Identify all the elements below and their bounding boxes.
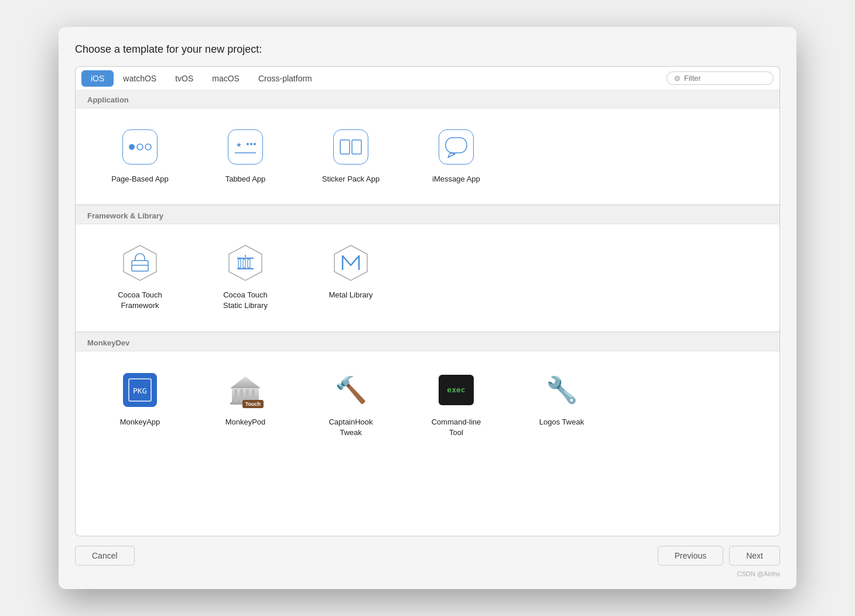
- monkeypod-icon: Touch: [224, 369, 266, 411]
- svg-point-1: [137, 144, 143, 150]
- monkeyapp-label: MonkeyApp: [120, 417, 160, 427]
- template-imessage-app[interactable]: iMessage App: [403, 120, 509, 193]
- template-logos-tweak[interactable]: 🔧 Logos Tweak: [509, 363, 614, 446]
- svg-rect-19: [243, 259, 245, 268]
- cocoa-touch-static-library-label: Cocoa TouchStatic Library: [223, 290, 268, 311]
- svg-text:PKG: PKG: [133, 386, 147, 395]
- template-page-based-app[interactable]: Page-Based App: [87, 120, 193, 193]
- tab-bar-inner: iOS watchOS tvOS macOS Cross-platform: [81, 70, 666, 87]
- bottom-bar: Cancel Previous Next: [75, 536, 780, 568]
- dialog-title: Choose a template for your new project:: [75, 43, 780, 56]
- monkeypod-label: MonkeyPod: [225, 417, 266, 427]
- metal-library-label: Metal Library: [329, 290, 372, 300]
- blueprint-svg: PKG: [132, 382, 148, 398]
- sticker-svg: [338, 136, 364, 158]
- cocoa-touch-framework-label: Cocoa TouchFramework: [118, 290, 162, 311]
- cocoa-touch-framework-icon: [119, 242, 161, 284]
- sticker-icon-box: [333, 129, 368, 165]
- captainhook-icon: 🔨: [330, 369, 372, 411]
- svg-text:★: ★: [236, 141, 242, 148]
- tab-watchos[interactable]: watchOS: [114, 70, 166, 87]
- svg-rect-18: [238, 259, 241, 268]
- sticker-pack-label: Sticker Pack App: [322, 174, 379, 184]
- monkeypod-wrap: Touch: [227, 372, 264, 408]
- svg-marker-29: [230, 377, 261, 388]
- watermark: CSDN @Airths: [75, 570, 780, 577]
- section-header-monkeydev: MonkeyDev: [76, 332, 779, 351]
- svg-rect-10: [446, 138, 467, 153]
- tab-cross-platform[interactable]: Cross-platform: [249, 70, 322, 87]
- hex-toolbox-svg: [120, 243, 160, 283]
- svg-point-5: [250, 143, 252, 145]
- svg-rect-13: [132, 261, 148, 271]
- tab-tvos[interactable]: tvOS: [166, 70, 203, 87]
- sticker-pack-icon: [330, 126, 372, 168]
- touch-badge: Touch: [242, 400, 264, 408]
- previous-button[interactable]: Previous: [658, 546, 723, 566]
- template-captainhook-tweak[interactable]: 🔨 CaptainHookTweak: [298, 363, 403, 446]
- blueprint-box: PKG: [123, 373, 157, 407]
- template-command-line-tool[interactable]: exec Command-lineTool: [403, 363, 509, 446]
- new-project-dialog: Choose a template for your new project: …: [59, 27, 796, 589]
- section-header-framework: Framework & Library: [76, 205, 779, 224]
- next-button[interactable]: Next: [729, 546, 780, 566]
- page-based-icon-box: [122, 129, 158, 165]
- framework-grid: Cocoa TouchFramework Cocoa: [76, 224, 779, 331]
- tabbed-svg: ★: [232, 134, 258, 160]
- svg-marker-11: [448, 153, 455, 158]
- template-tabbed-app[interactable]: ★ Tabbed App: [193, 120, 298, 193]
- imessage-label: iMessage App: [432, 174, 480, 184]
- template-sticker-pack-app[interactable]: Sticker Pack App: [298, 120, 403, 193]
- drill-emoji: 🔨: [335, 377, 367, 403]
- blueprint-inner: PKG: [128, 378, 152, 402]
- tab-ios[interactable]: iOS: [81, 70, 114, 87]
- content-area: Application Page-Based App: [75, 90, 780, 536]
- svg-rect-20: [248, 259, 250, 268]
- command-line-label: Command-lineTool: [432, 417, 481, 438]
- filter-input[interactable]: [684, 74, 766, 83]
- application-grid: Page-Based App ★: [76, 108, 779, 205]
- svg-marker-12: [124, 245, 156, 280]
- cancel-button[interactable]: Cancel: [75, 546, 135, 566]
- page-based-app-icon: [119, 126, 161, 168]
- cocoa-touch-static-library-icon: [224, 242, 266, 284]
- monkeydev-grid: PKG MonkeyApp: [76, 351, 779, 458]
- nav-buttons: Previous Next: [658, 546, 780, 566]
- svg-point-4: [247, 143, 249, 145]
- svg-marker-22: [334, 245, 367, 280]
- tabbed-app-label: Tabbed App: [225, 174, 266, 184]
- logos-tweak-label: Logos Tweak: [539, 417, 584, 427]
- svg-point-0: [129, 144, 135, 150]
- page-based-app-label: Page-Based App: [111, 174, 169, 184]
- tab-macos[interactable]: macOS: [203, 70, 249, 87]
- svg-rect-25: [234, 389, 237, 402]
- page-based-svg: [127, 138, 153, 156]
- hex-building-svg: [225, 243, 265, 283]
- template-cocoa-touch-framework[interactable]: Cocoa TouchFramework: [87, 236, 193, 319]
- filter-icon: ⊜: [674, 74, 680, 83]
- svg-rect-9: [352, 140, 361, 154]
- logos-tweak-icon: 🔧: [541, 369, 583, 411]
- tabbed-icon-box: ★: [228, 129, 263, 165]
- monkeyapp-icon: PKG: [119, 369, 161, 411]
- svg-point-2: [145, 144, 151, 150]
- tabbed-app-icon: ★: [224, 126, 266, 168]
- template-cocoa-touch-static-library[interactable]: Cocoa TouchStatic Library: [193, 236, 298, 319]
- hex-metal-svg: [331, 243, 371, 283]
- filter-box: ⊜: [666, 71, 774, 85]
- template-metal-library[interactable]: Metal Library: [298, 236, 403, 319]
- tab-bar: iOS watchOS tvOS macOS Cross-platform ⊜: [75, 66, 780, 90]
- section-header-application: Application: [76, 90, 779, 108]
- template-monkeypod[interactable]: Touch MonkeyPod: [193, 363, 298, 446]
- imessage-icon-box: [439, 129, 474, 165]
- captainhook-label: CaptainHookTweak: [329, 417, 372, 438]
- metal-library-icon: [330, 242, 372, 284]
- imessage-icon: [435, 126, 477, 168]
- drill2-emoji: 🔧: [546, 377, 578, 403]
- svg-point-6: [254, 143, 256, 145]
- exec-terminal: exec: [439, 375, 474, 405]
- imessage-svg: [443, 134, 469, 160]
- command-line-icon: exec: [435, 369, 477, 411]
- svg-rect-8: [340, 140, 350, 154]
- template-monkeyapp[interactable]: PKG MonkeyApp: [87, 363, 193, 446]
